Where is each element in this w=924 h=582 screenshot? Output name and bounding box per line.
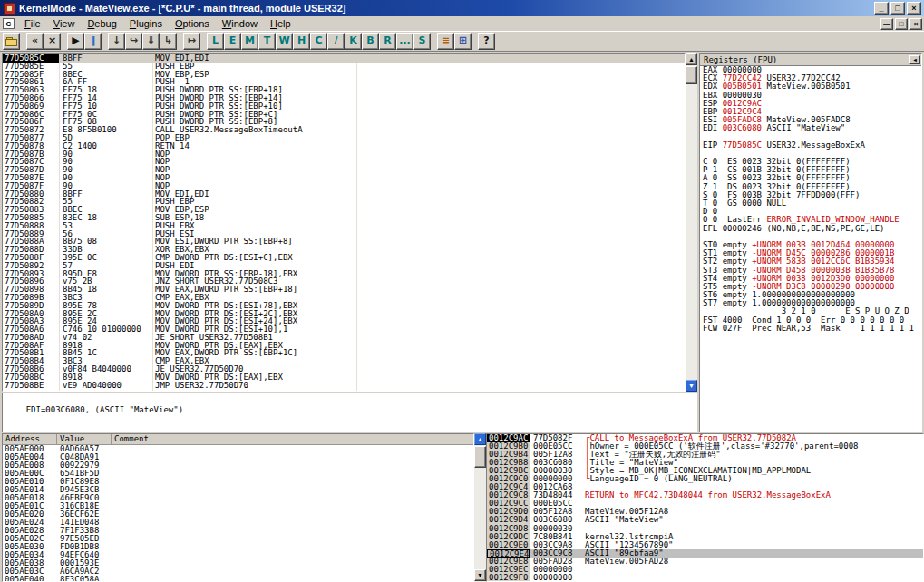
disasm-row[interactable]: 77D50893895D E8MOV DWORD PTR SS:[EBP-18]… xyxy=(3,270,685,278)
registers-pane[interactable]: Registers (FPU) ◀ EAX 00000000ECX 77D2CC… xyxy=(699,53,922,432)
log-window-button[interactable]: L xyxy=(207,33,224,50)
source-window-button[interactable]: S xyxy=(413,33,431,50)
disasm-row[interactable]: 77D5088255PUSH EBP xyxy=(3,198,685,206)
execute-till-return-button[interactable]: ↦ xyxy=(183,33,200,50)
executables-window-button[interactable]: E xyxy=(224,33,241,50)
register-line[interactable]: FCW 027F Prec NEAR,53 Mask 1 1 1 1 1 1 xyxy=(700,325,921,333)
disasm-row[interactable]: 77D50896v75 2BJNZ SHORT USER32.77D508C3 xyxy=(3,277,685,286)
menu-item-view[interactable]: View xyxy=(47,17,82,30)
step-into-button[interactable]: ↓ xyxy=(108,33,125,50)
animate-over-button[interactable]: ↳ xyxy=(160,33,177,50)
restart-button[interactable]: « xyxy=(26,33,44,50)
minimize-button[interactable]: _ xyxy=(874,2,889,15)
call-stack-window-button[interactable]: K xyxy=(345,33,362,50)
disasm-row[interactable]: 77D50866FF75 14PUSH DWORD PTR SS:[EBP+14… xyxy=(3,94,685,102)
cpu-window-icon[interactable]: C xyxy=(3,18,15,29)
disasm-row[interactable]: 77D508A0895E 2CMOV DWORD PTR DS:[ESI+2C]… xyxy=(3,310,685,318)
disasm-row[interactable]: 77D5087B90NOP xyxy=(3,150,685,159)
disasm-row[interactable]: 77D508B6v0F84 B4040000JE USER32.77D50D70 xyxy=(3,365,685,373)
run-button[interactable]: ▶ xyxy=(67,33,84,50)
disasm-row[interactable]: 77D5085F8BECMOV EBP,ESP xyxy=(3,71,685,79)
disasm-row[interactable]: 77D5085E55PUSH EBP xyxy=(3,63,685,71)
pause-button[interactable]: ‖ xyxy=(84,33,102,50)
menu-item-plugins[interactable]: Plugins xyxy=(123,17,169,30)
open-file-button[interactable] xyxy=(3,33,20,50)
disasm-row[interactable]: 77D5088583EC 18SUB ESP,18 xyxy=(3,214,685,222)
disasm-row[interactable]: 77D50878C2 1400RETN 14 xyxy=(3,142,685,150)
cpu-window-button[interactable]: C xyxy=(310,33,327,50)
disasm-row[interactable]: 77D508BEvE9 AD040000JMP USER32.77D50D70 xyxy=(3,382,685,390)
scroll-down-button[interactable]: ▼ xyxy=(686,380,697,392)
step-over-button[interactable]: ↪ xyxy=(125,33,142,50)
disasm-row[interactable]: 77D508AF8918MOV DWORD PTR DS:[EAX],EBX xyxy=(3,342,685,350)
register-line[interactable]: EFL 00000246 (NO,NB,E,BE,NS,PE,GE,LE) xyxy=(700,225,921,233)
maximize-button[interactable]: □ xyxy=(890,2,905,15)
stack-comment-text: Style = MB_OK|MB_ICONEXCLAMATION|MB_APPL… xyxy=(589,467,811,475)
scroll-down-button[interactable]: ▼ xyxy=(474,569,486,581)
close-program-button[interactable]: × xyxy=(44,33,61,50)
disasm-row[interactable]: 77D5087C90NOP xyxy=(3,158,685,166)
help-button[interactable]: ? xyxy=(478,33,495,50)
register-line[interactable]: EDI 003C6080 ASCII "MateView" xyxy=(700,124,921,132)
options-button[interactable]: ≡ xyxy=(437,33,454,50)
disasm-row[interactable]: 77D5088956PUSH ESI xyxy=(3,230,685,238)
dump-scrollbar[interactable]: ▲ ▼ xyxy=(474,433,486,582)
child-close-button[interactable]: × xyxy=(909,18,922,30)
handles-window-button[interactable]: H xyxy=(293,33,310,50)
stack-pane[interactable]: 0012C9AC77D5082F┌CALL to MessageBoxExA f… xyxy=(486,433,924,582)
disasm-scrollbar[interactable]: ▲ ▼ xyxy=(686,53,697,392)
disassembly-pane[interactable]: 77D5085C8BFFMOV EDI,EDI77D5085E55PUSH EB… xyxy=(2,53,686,392)
close-button[interactable]: × xyxy=(907,2,921,15)
disasm-row[interactable]: 77D5086CFF75 0CPUSH DWORD PTR SS:[EBP+C] xyxy=(3,111,685,119)
breakpoints-window-button[interactable]: B xyxy=(362,33,379,50)
child-minimize-button[interactable]: — xyxy=(880,18,893,30)
dump-pane[interactable]: Address Value Comment 005AE0000AD60A5700… xyxy=(2,433,474,582)
references-window-button[interactable]: R xyxy=(379,33,396,50)
disasm-row[interactable]: 77D508ADv74 02JE SHORT USER32.77D508B1 xyxy=(3,334,685,342)
disasm-row[interactable]: 77D5089D895E 78MOV DWORD PTR DS:[ESI+78]… xyxy=(3,302,685,310)
scroll-thumb[interactable] xyxy=(474,446,486,468)
menu-item-options[interactable]: Options xyxy=(169,17,216,30)
threads-window-button[interactable]: T xyxy=(258,33,276,50)
disasm-row[interactable]: 77D5088853PUSH EBX xyxy=(3,222,685,230)
memory-window-button[interactable]: M xyxy=(241,33,258,50)
child-restore-button[interactable]: □ xyxy=(895,18,908,30)
menu-item-debug[interactable]: Debug xyxy=(81,17,122,30)
disasm-row[interactable]: 77D5085C8BFFMOV EDI,EDI xyxy=(3,54,685,63)
windows-window-button[interactable]: W xyxy=(276,33,293,50)
disasm-row[interactable]: 77D5087F90NOP xyxy=(3,182,685,190)
disasm-row[interactable]: 77D5088A8B75 08MOV ESI,DWORD PTR SS:[EBP… xyxy=(3,238,685,246)
menu-item-window[interactable]: Window xyxy=(216,17,264,30)
disasm-row[interactable]: 77D508775DPOP EBP xyxy=(3,134,685,142)
scroll-up-button[interactable]: ▲ xyxy=(474,433,486,445)
disasm-row[interactable]: 77D5089257PUSH EDI xyxy=(3,262,685,270)
disasm-row[interactable]: 77D508808BFFMOV EDI,EDI xyxy=(3,190,685,199)
info-pane[interactable]: EDI=003C6080, (ASCII "MateView") xyxy=(2,393,697,432)
animate-into-button[interactable]: ⇓ xyxy=(142,33,160,50)
register-line[interactable]: EIP 77D5085C USER32.MessageBoxExA xyxy=(700,141,921,150)
dump-row[interactable]: 005AE0408F3C058A xyxy=(3,576,473,582)
register-line[interactable]: T 0 GS 0000 NULL xyxy=(700,199,921,208)
appearance-button[interactable]: ⊞ xyxy=(454,33,472,50)
scroll-thumb[interactable] xyxy=(686,66,697,84)
disasm-row[interactable]: 77D508988B45 18MOV EAX,DWORD PTR SS:[EBP… xyxy=(3,286,685,294)
disasm-row[interactable]: 77D508B18B45 1CMOV EAX,DWORD PTR SS:[EBP… xyxy=(3,349,685,357)
disasm-row[interactable]: 77D508616A FFPUSH -1 xyxy=(3,78,685,86)
patches-window-button[interactable]: / xyxy=(327,33,345,50)
disasm-row[interactable]: 77D508838BECMOV EBP,ESP xyxy=(3,206,685,214)
scroll-up-button[interactable]: ▲ xyxy=(686,53,697,65)
disasm-row[interactable]: 77D5087D90NOP xyxy=(3,166,685,174)
menu-item-file[interactable]: File xyxy=(18,17,47,30)
disasm-row[interactable]: 77D5089B3BC3CMP EAX,EBX xyxy=(3,294,685,302)
disasm-row[interactable]: 77D50869FF75 10PUSH DWORD PTR SS:[EBP+10… xyxy=(3,102,685,111)
run-trace-window-button[interactable]: ... xyxy=(396,33,413,50)
disasm-row[interactable]: 77D5088D33DBXOR EBX,EBX xyxy=(3,246,685,254)
disasm-row[interactable]: 77D50872E8 8F5B0100CALL USER32.MessageBo… xyxy=(3,126,685,134)
menu-item-help[interactable]: Help xyxy=(264,17,297,30)
registers-view-toggle-icon[interactable]: ◀ xyxy=(909,55,920,64)
disasm-row[interactable]: 77D50863FF75 18PUSH DWORD PTR SS:[EBP+18… xyxy=(3,86,685,94)
stack-row[interactable]: 0012C9F000000000 xyxy=(487,574,923,582)
disasm-row[interactable]: 77D5087E90NOP xyxy=(3,174,685,182)
disasm-row[interactable]: 77D508A6C746 10 01000000MOV DWORD PTR DS… xyxy=(3,325,685,334)
disasm-row[interactable]: 77D5088F395E 0CCMP DWORD PTR DS:[ESI+C],… xyxy=(3,254,685,262)
